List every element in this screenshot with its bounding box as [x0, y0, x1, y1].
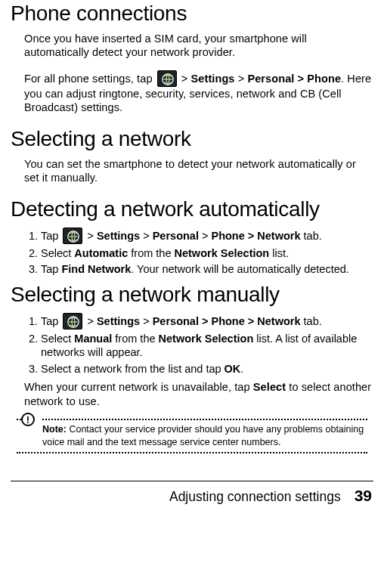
note-label: Note:	[42, 424, 67, 435]
path-personal: Personal	[153, 230, 199, 242]
windows-start-icon	[63, 313, 82, 330]
path-personal-phone-network: Personal > Phone > Network	[153, 315, 301, 327]
path-personal-phone: Personal > Phone	[247, 73, 341, 85]
text-segment: . Your network will be automatically det…	[131, 263, 349, 275]
option-manual: Manual	[74, 333, 112, 345]
footer-section-title: Adjusting connection settings	[169, 488, 341, 505]
text-segment: list.	[269, 247, 289, 259]
text-segment: from the	[112, 333, 158, 345]
page-footer: Adjusting connection settings 39	[11, 486, 373, 506]
intro-paragraph: Once you have inserted a SIM card, your …	[24, 32, 373, 60]
text-segment: tab.	[301, 230, 322, 242]
list-item: Tap > Settings > Personal > Phone > Netw…	[41, 313, 373, 330]
text-segment: Select a network from the list and tap	[41, 363, 225, 375]
text-segment: Tap	[41, 315, 61, 327]
warning-icon: !	[21, 413, 35, 426]
path-separator: >	[143, 315, 153, 327]
text-segment: When your current network is unavailable…	[24, 381, 253, 393]
text-segment: from the	[128, 247, 174, 259]
note-text: Contact your service provider should you…	[42, 424, 364, 447]
option-automatic: Automatic	[74, 247, 128, 259]
windows-start-icon	[63, 227, 82, 244]
list-item: Tap Find Network. Your network will be a…	[41, 262, 373, 277]
path-settings: Settings	[191, 73, 235, 85]
path-settings: Settings	[97, 230, 140, 242]
text-segment: Select	[41, 247, 74, 259]
manual-steps-list: Tap > Settings > Personal > Phone > Netw…	[24, 313, 373, 376]
windows-start-icon	[157, 70, 177, 87]
footer-page-number: 39	[355, 486, 372, 506]
path-separator: >	[87, 315, 97, 327]
action-find-network: Find Network	[61, 263, 131, 275]
auto-steps-list: Tap > Settings > Personal > Phone > Netw…	[24, 227, 373, 277]
heading-select-manual: Selecting a network manually	[11, 281, 373, 308]
path-separator: >	[181, 73, 191, 85]
action-ok: OK	[225, 363, 241, 375]
path-separator: >	[202, 230, 212, 242]
text-segment: Tap	[41, 263, 61, 275]
list-network-selection: Network Selection	[175, 247, 270, 259]
list-item: Select a network from the list and tap O…	[41, 362, 373, 376]
text-segment: .	[240, 363, 243, 375]
list-item: Select Automatic from the Network Select…	[41, 246, 373, 261]
text-segment: Tap	[41, 230, 61, 242]
text-segment: For all phone settings, tap	[24, 73, 156, 85]
path-phone-network: Phone > Network	[211, 230, 300, 242]
path-separator: >	[87, 230, 97, 242]
list-network-selection: Network Selection	[159, 333, 254, 345]
footer-divider	[11, 481, 373, 481]
list-item: Tap > Settings > Personal > Phone > Netw…	[41, 227, 373, 244]
text-segment: tab.	[301, 315, 322, 327]
page-body: Phone connections Once you have inserted…	[0, 0, 384, 515]
heading-detect-auto: Detecting a network automatically	[11, 196, 373, 223]
heading-selecting-network: Selecting a network	[11, 125, 373, 153]
network-intro-paragraph: You can set the smartphone to detect you…	[24, 157, 373, 185]
path-separator: >	[238, 73, 248, 85]
manual-followup-paragraph: When your current network is unavailable…	[24, 380, 373, 408]
text-segment: Select	[41, 333, 74, 345]
action-select: Select	[253, 381, 286, 393]
path-settings: Settings	[97, 315, 140, 327]
note-block: ! Note: Contact your service provider sh…	[17, 419, 367, 453]
settings-path-paragraph: For all phone settings, tap > Settings >…	[24, 70, 373, 115]
path-separator: >	[143, 230, 153, 242]
list-item: Select Manual from the Network Selection…	[41, 332, 373, 360]
heading-phone-connections: Phone connections	[11, 0, 373, 27]
